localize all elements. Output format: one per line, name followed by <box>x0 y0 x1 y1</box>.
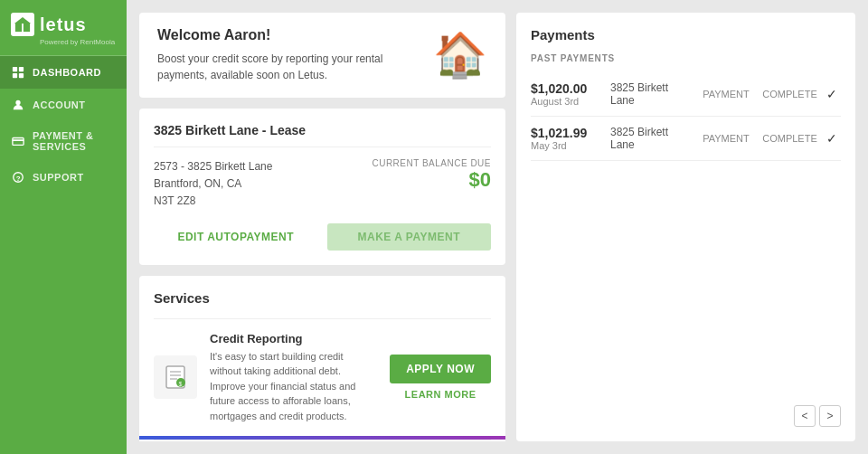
payment-date: May 3rd <box>531 140 603 151</box>
payments-card: Payments Past Payments $1,020.00 August … <box>516 13 855 441</box>
pagination: < > <box>531 396 841 427</box>
logo-area: letus Powered by RentMoola <box>0 0 127 56</box>
next-page-button[interactable]: > <box>819 405 841 427</box>
credit-reporting-desc: It's easy to start building credit witho… <box>210 349 377 424</box>
address-line1: 2573 - 3825 Birkett Lane <box>154 158 272 175</box>
svg-text:$: $ <box>179 381 183 387</box>
account-icon <box>11 98 25 112</box>
credit-reporting-apply-button[interactable]: Apply Now <box>390 355 491 383</box>
prev-page-button[interactable]: < <box>794 405 816 427</box>
svg-rect-8 <box>13 138 24 146</box>
services-card: Services $ Credit Reporting It's easy t <box>139 276 505 441</box>
service-item-credit-reporting: $ Credit Reporting It's easy to start bu… <box>154 318 491 437</box>
right-column: Payments Past Payments $1,020.00 August … <box>516 13 855 441</box>
sidebar-item-support-label: Support <box>33 172 84 183</box>
svg-rect-3 <box>13 67 17 71</box>
sidebar-item-payment-label: Payment & Services <box>33 130 116 152</box>
welcome-body: Boost your credit score by reporting you… <box>157 51 433 83</box>
svg-rect-2 <box>24 23 30 32</box>
payment-type: PAYMENT <box>699 133 753 144</box>
payment-rows: $1,020.00 August 3rd 3825 Birkett Lane P… <box>531 72 841 161</box>
left-column: Welcome Aaron! Boost your credit score b… <box>139 13 505 441</box>
credit-reporting-learn-button[interactable]: Learn More <box>405 389 476 400</box>
support-icon: ? <box>11 170 25 184</box>
payment-amount: $1,021.99 <box>531 126 603 140</box>
svg-rect-0 <box>15 23 22 32</box>
welcome-text: Welcome Aaron! Boost your credit score b… <box>157 27 433 83</box>
payment-icon <box>11 134 25 148</box>
svg-rect-6 <box>19 73 24 78</box>
payment-type: PAYMENT <box>699 89 753 99</box>
service-item-paypal: PayPal Microlending With PayPal Pay now … <box>154 440 491 441</box>
lease-actions: Edit Autopayment Make a Payment <box>154 223 491 251</box>
credit-reporting-actions: Apply Now Learn More <box>390 355 491 400</box>
balance-label: CURRENT BALANCE DUE <box>372 158 491 168</box>
edit-autopayment-button[interactable]: Edit Autopayment <box>154 223 318 251</box>
payment-amount-block: $1,020.00 August 3rd <box>531 81 603 107</box>
payment-check: ✓ <box>826 87 841 101</box>
payment-row: $1,021.99 May 3rd 3825 Birkett Lane PAYM… <box>531 117 841 161</box>
payments-title: Payments <box>531 27 841 43</box>
balance-section: CURRENT BALANCE DUE $0 <box>372 158 491 192</box>
main-content: Welcome Aaron! Boost your credit score b… <box>127 0 868 454</box>
sidebar: letus Powered by RentMoola Dashboard <box>0 0 127 454</box>
sidebar-item-dashboard-label: Dashboard <box>33 67 101 78</box>
payment-amount-block: $1,021.99 May 3rd <box>531 126 603 151</box>
address-line3: N3T 2Z8 <box>154 193 272 210</box>
lease-card: 3825 Birkett Lane - Lease 2573 - 3825 Bi… <box>139 109 505 265</box>
svg-rect-9 <box>13 139 24 141</box>
make-payment-button[interactable]: Make a Payment <box>327 223 492 251</box>
svg-rect-4 <box>19 67 24 71</box>
sidebar-item-dashboard[interactable]: Dashboard <box>0 56 127 89</box>
svg-rect-5 <box>13 73 17 78</box>
svg-point-7 <box>15 100 20 105</box>
logo-icon <box>11 13 34 36</box>
payment-status: COMPLETE <box>760 89 819 99</box>
main-nav: Dashboard Account Payment & Services <box>0 56 127 194</box>
payment-check: ✓ <box>826 131 841 146</box>
sidebar-item-support[interactable]: ? Support <box>0 161 127 194</box>
payment-date: August 3rd <box>531 96 603 107</box>
sidebar-item-account[interactable]: Account <box>0 89 127 121</box>
logo-text: letus <box>40 14 87 35</box>
welcome-card: Welcome Aaron! Boost your credit score b… <box>139 13 505 98</box>
sidebar-item-payment-services[interactable]: Payment & Services <box>0 121 127 161</box>
payment-status: COMPLETE <box>760 133 819 144</box>
lease-address: 2573 - 3825 Birkett Lane Brantford, ON, … <box>154 158 272 211</box>
welcome-heading: Welcome Aaron! <box>157 27 433 43</box>
svg-text:?: ? <box>16 175 21 183</box>
house-icon: 🏠 <box>433 30 487 80</box>
payment-address: 3825 Birkett Lane <box>610 126 692 151</box>
svg-marker-1 <box>14 17 31 24</box>
address-line2: Brantford, ON, CA <box>154 175 272 193</box>
credit-reporting-info: Credit Reporting It's easy to start buil… <box>210 332 377 424</box>
payment-row: $1,020.00 August 3rd 3825 Birkett Lane P… <box>531 72 841 117</box>
logo-tagline: Powered by RentMoola <box>40 38 116 46</box>
past-payments-label: Past Payments <box>531 53 841 63</box>
credit-reporting-icon: $ <box>154 355 197 399</box>
credit-reporting-name: Credit Reporting <box>210 332 377 345</box>
balance-amount: $0 <box>372 168 491 192</box>
sidebar-item-account-label: Account <box>33 99 86 110</box>
lease-body: 2573 - 3825 Birkett Lane Brantford, ON, … <box>154 158 491 211</box>
dashboard-icon <box>11 65 25 80</box>
payment-address: 3825 Birkett Lane <box>610 81 692 107</box>
lease-title: 3825 Birkett Lane - Lease <box>154 123 491 147</box>
services-title: Services <box>154 290 491 306</box>
payment-amount: $1,020.00 <box>531 81 603 96</box>
